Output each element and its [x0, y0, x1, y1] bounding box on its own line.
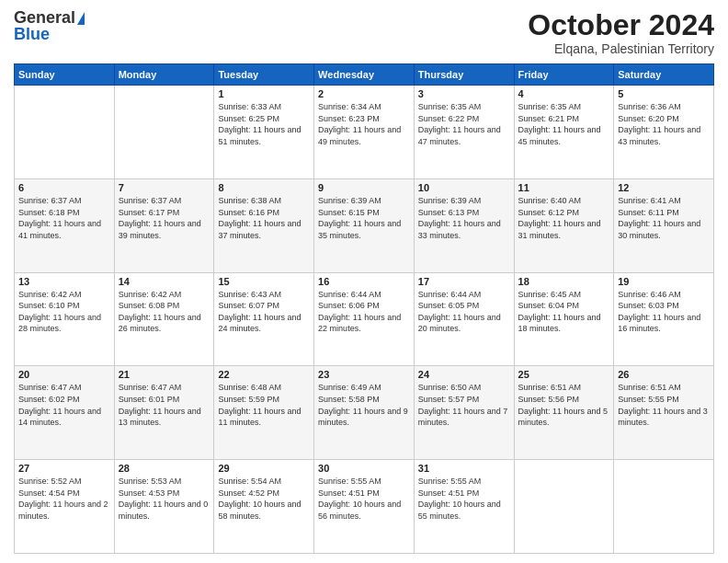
day-number: 9	[318, 182, 410, 193]
day-info: Sunrise: 5:55 AM Sunset: 4:51 PM Dayligh…	[318, 476, 410, 522]
calendar-week-row: 27Sunrise: 5:52 AM Sunset: 4:54 PM Dayli…	[15, 460, 714, 554]
day-info: Sunrise: 6:38 AM Sunset: 6:16 PM Dayligh…	[218, 195, 310, 241]
day-number: 13	[18, 276, 110, 287]
day-info: Sunrise: 5:55 AM Sunset: 4:51 PM Dayligh…	[418, 476, 510, 522]
table-row: 7Sunrise: 6:37 AM Sunset: 6:17 PM Daylig…	[114, 178, 214, 272]
table-row: 1Sunrise: 6:33 AM Sunset: 6:25 PM Daylig…	[214, 86, 314, 179]
day-info: Sunrise: 6:51 AM Sunset: 5:56 PM Dayligh…	[518, 382, 610, 428]
table-row: 28Sunrise: 5:53 AM Sunset: 4:53 PM Dayli…	[114, 460, 214, 554]
table-row: 13Sunrise: 6:42 AM Sunset: 6:10 PM Dayli…	[15, 272, 115, 366]
day-info: Sunrise: 6:39 AM Sunset: 6:13 PM Dayligh…	[418, 195, 510, 241]
day-info: Sunrise: 5:53 AM Sunset: 4:53 PM Dayligh…	[119, 476, 210, 522]
table-row: 8Sunrise: 6:38 AM Sunset: 6:16 PM Daylig…	[214, 178, 314, 272]
table-row: 9Sunrise: 6:39 AM Sunset: 6:15 PM Daylig…	[314, 178, 415, 272]
table-row: 15Sunrise: 6:43 AM Sunset: 6:07 PM Dayli…	[214, 272, 314, 366]
day-number: 30	[318, 463, 410, 474]
table-row: 24Sunrise: 6:50 AM Sunset: 5:57 PM Dayli…	[414, 366, 514, 460]
day-info: Sunrise: 6:48 AM Sunset: 5:59 PM Dayligh…	[218, 382, 310, 428]
day-info: Sunrise: 5:54 AM Sunset: 4:52 PM Dayligh…	[218, 476, 310, 522]
day-number: 2	[318, 88, 410, 99]
day-number: 18	[518, 276, 610, 287]
calendar-header-row: Sunday Monday Tuesday Wednesday Thursday…	[15, 64, 714, 86]
day-info: Sunrise: 6:45 AM Sunset: 6:04 PM Dayligh…	[518, 289, 610, 335]
day-info: Sunrise: 6:50 AM Sunset: 5:57 PM Dayligh…	[418, 382, 510, 428]
day-info: Sunrise: 6:35 AM Sunset: 6:22 PM Dayligh…	[418, 101, 510, 147]
table-row: 18Sunrise: 6:45 AM Sunset: 6:04 PM Dayli…	[514, 272, 614, 366]
table-row: 16Sunrise: 6:44 AM Sunset: 6:06 PM Dayli…	[314, 272, 415, 366]
table-row: 6Sunrise: 6:37 AM Sunset: 6:18 PM Daylig…	[15, 178, 115, 272]
table-row: 5Sunrise: 6:36 AM Sunset: 6:20 PM Daylig…	[614, 86, 714, 179]
table-row: 11Sunrise: 6:40 AM Sunset: 6:12 PM Dayli…	[514, 178, 614, 272]
page: General Blue October 2024 Elqana, Palest…	[0, 0, 728, 563]
logo-line1: General	[14, 9, 85, 26]
day-info: Sunrise: 6:47 AM Sunset: 6:02 PM Dayligh…	[18, 382, 110, 428]
calendar-week-row: 13Sunrise: 6:42 AM Sunset: 6:10 PM Dayli…	[15, 272, 714, 366]
header: General Blue October 2024 Elqana, Palest…	[14, 9, 714, 56]
title-block: October 2024 Elqana, Palestinian Territo…	[528, 9, 714, 56]
day-number: 28	[119, 463, 210, 474]
table-row: 26Sunrise: 6:51 AM Sunset: 5:55 PM Dayli…	[614, 366, 714, 460]
day-number: 6	[18, 182, 110, 193]
calendar-subtitle: Elqana, Palestinian Territory	[528, 41, 714, 56]
day-number: 7	[119, 182, 210, 193]
table-row	[514, 460, 614, 554]
logo-bottom: Blue	[14, 26, 85, 42]
table-row: 12Sunrise: 6:41 AM Sunset: 6:11 PM Dayli…	[614, 178, 714, 272]
day-info: Sunrise: 6:49 AM Sunset: 5:58 PM Dayligh…	[318, 382, 410, 428]
table-row: 10Sunrise: 6:39 AM Sunset: 6:13 PM Dayli…	[414, 178, 514, 272]
table-row: 20Sunrise: 6:47 AM Sunset: 6:02 PM Dayli…	[15, 366, 115, 460]
logo: General Blue	[14, 9, 85, 42]
col-saturday: Saturday	[614, 64, 714, 86]
calendar-week-row: 20Sunrise: 6:47 AM Sunset: 6:02 PM Dayli…	[15, 366, 714, 460]
table-row: 22Sunrise: 6:48 AM Sunset: 5:59 PM Dayli…	[214, 366, 314, 460]
day-info: Sunrise: 6:34 AM Sunset: 6:23 PM Dayligh…	[318, 101, 410, 147]
day-number: 23	[318, 369, 410, 380]
day-info: Sunrise: 6:33 AM Sunset: 6:25 PM Dayligh…	[218, 101, 310, 147]
day-info: Sunrise: 6:40 AM Sunset: 6:12 PM Dayligh…	[518, 195, 610, 241]
day-number: 27	[18, 463, 110, 474]
calendar-title: October 2024	[528, 9, 714, 41]
table-row	[114, 86, 214, 179]
day-info: Sunrise: 6:44 AM Sunset: 6:05 PM Dayligh…	[418, 289, 510, 335]
table-row: 30Sunrise: 5:55 AM Sunset: 4:51 PM Dayli…	[314, 460, 415, 554]
day-number: 20	[18, 369, 110, 380]
day-info: Sunrise: 6:42 AM Sunset: 6:10 PM Dayligh…	[18, 289, 110, 335]
calendar-week-row: 1Sunrise: 6:33 AM Sunset: 6:25 PM Daylig…	[15, 86, 714, 179]
calendar-table: Sunday Monday Tuesday Wednesday Thursday…	[14, 63, 714, 554]
day-number: 14	[119, 276, 210, 287]
table-row: 29Sunrise: 5:54 AM Sunset: 4:52 PM Dayli…	[214, 460, 314, 554]
table-row: 2Sunrise: 6:34 AM Sunset: 6:23 PM Daylig…	[314, 86, 415, 179]
day-number: 26	[618, 369, 710, 380]
day-info: Sunrise: 6:37 AM Sunset: 6:18 PM Dayligh…	[18, 195, 110, 241]
table-row	[15, 86, 115, 179]
day-number: 5	[618, 88, 710, 99]
table-row: 23Sunrise: 6:49 AM Sunset: 5:58 PM Dayli…	[314, 366, 415, 460]
col-thursday: Thursday	[414, 64, 514, 86]
calendar-week-row: 6Sunrise: 6:37 AM Sunset: 6:18 PM Daylig…	[15, 178, 714, 272]
day-number: 21	[119, 369, 210, 380]
table-row	[614, 460, 714, 554]
day-number: 12	[618, 182, 710, 193]
col-sunday: Sunday	[15, 64, 115, 86]
day-info: Sunrise: 6:35 AM Sunset: 6:21 PM Dayligh…	[518, 101, 610, 147]
col-friday: Friday	[514, 64, 614, 86]
table-row: 4Sunrise: 6:35 AM Sunset: 6:21 PM Daylig…	[514, 86, 614, 179]
table-row: 21Sunrise: 6:47 AM Sunset: 6:01 PM Dayli…	[114, 366, 214, 460]
day-number: 16	[318, 276, 410, 287]
day-info: Sunrise: 5:52 AM Sunset: 4:54 PM Dayligh…	[18, 476, 110, 522]
day-info: Sunrise: 6:41 AM Sunset: 6:11 PM Dayligh…	[618, 195, 710, 241]
day-number: 11	[518, 182, 610, 193]
day-info: Sunrise: 6:39 AM Sunset: 6:15 PM Dayligh…	[318, 195, 410, 241]
day-number: 10	[418, 182, 510, 193]
table-row: 31Sunrise: 5:55 AM Sunset: 4:51 PM Dayli…	[414, 460, 514, 554]
table-row: 14Sunrise: 6:42 AM Sunset: 6:08 PM Dayli…	[114, 272, 214, 366]
col-tuesday: Tuesday	[214, 64, 314, 86]
day-number: 19	[618, 276, 710, 287]
day-number: 25	[518, 369, 610, 380]
col-wednesday: Wednesday	[314, 64, 415, 86]
day-number: 8	[218, 182, 310, 193]
table-row: 25Sunrise: 6:51 AM Sunset: 5:56 PM Dayli…	[514, 366, 614, 460]
day-info: Sunrise: 6:36 AM Sunset: 6:20 PM Dayligh…	[618, 101, 710, 147]
day-number: 31	[418, 463, 510, 474]
col-monday: Monday	[114, 64, 214, 86]
